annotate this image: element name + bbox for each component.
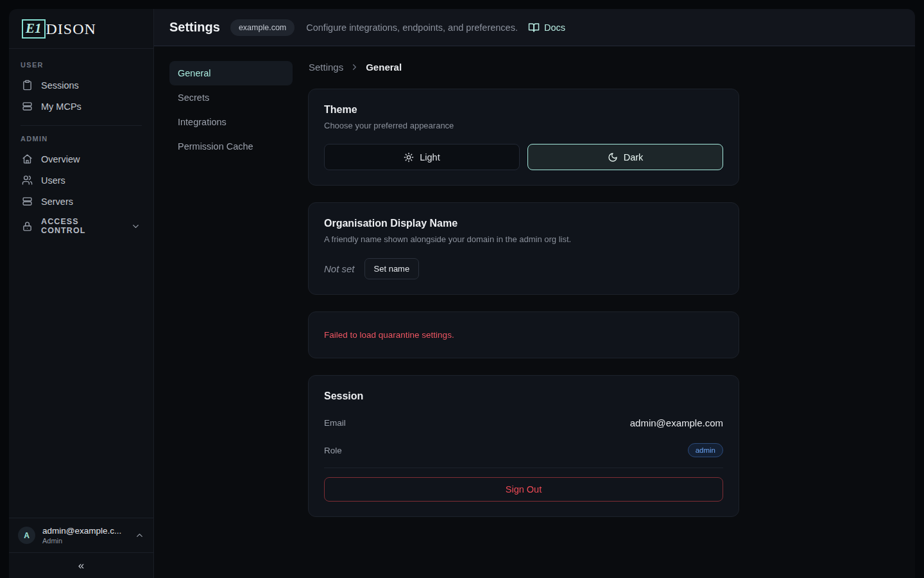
sidebar-item-access-control[interactable]: ACCESS CONTROL: [18, 213, 144, 240]
sidebar-item-label: Servers: [41, 197, 73, 207]
logo-e1-mark: E1: [22, 19, 46, 39]
home-icon: [22, 153, 33, 164]
session-email-row: Email admin@example.com: [324, 416, 723, 430]
server-icon: [22, 196, 33, 207]
account-menu-trigger[interactable]: A admin@example.c... Admin: [9, 518, 153, 552]
page-header: Settings example.com Configure integrati…: [154, 9, 915, 46]
sidebar-item-label: Overview: [41, 154, 80, 164]
book-open-icon: [528, 22, 540, 33]
theme-card: Theme Choose your preferred appearance L…: [308, 89, 739, 186]
settings-content: Settings General Theme Choose your prefe…: [308, 61, 915, 578]
role-label: Role: [324, 446, 342, 455]
tab-permission-cache[interactable]: Permission Cache: [169, 134, 293, 159]
tab-general[interactable]: General: [169, 61, 293, 85]
chevron-up-icon: [135, 530, 144, 540]
session-card: Session Email admin@example.com Role adm…: [308, 375, 739, 517]
sidebar-divider: [21, 125, 142, 126]
avatar: A: [18, 527, 35, 544]
account-role: Admin: [42, 537, 128, 545]
app-window: E1DISON USER Sessions My MCPs ADMIN: [9, 9, 915, 578]
sidebar-item-label: My MCPs: [41, 101, 81, 112]
chevrons-left-icon: «: [78, 559, 84, 572]
email-label: Email: [324, 418, 346, 428]
users-icon: [22, 175, 33, 186]
docs-link[interactable]: Docs: [528, 22, 565, 33]
sidebar-footer: A admin@example.c... Admin «: [9, 518, 153, 578]
breadcrumb-settings[interactable]: Settings: [309, 62, 343, 73]
sidebar: E1DISON USER Sessions My MCPs ADMIN: [9, 9, 154, 578]
domain-badge: example.com: [230, 19, 295, 36]
breadcrumb: Settings General: [309, 62, 915, 73]
account-email: admin@example.c...: [42, 526, 128, 536]
chevron-down-icon: [131, 222, 141, 231]
sidebar-collapse-button[interactable]: «: [9, 552, 153, 578]
sidebar-item-sessions[interactable]: Sessions: [18, 75, 144, 95]
logo-wordmark: DISON: [46, 21, 96, 38]
email-value: admin@example.com: [630, 417, 723, 428]
theme-card-description: Choose your preferred appearance: [324, 121, 723, 130]
org-card-title: Organisation Display Name: [324, 218, 723, 229]
logo[interactable]: E1DISON: [9, 9, 153, 49]
main-column: Settings example.com Configure integrati…: [154, 9, 915, 578]
moon-icon: [608, 152, 618, 162]
sidebar-item-label: Users: [41, 175, 65, 186]
quarantine-error-card: Failed to load quarantine settings.: [308, 311, 739, 358]
org-display-name-card: Organisation Display Name A friendly nam…: [308, 202, 739, 295]
session-divider: [324, 468, 723, 468]
role-badge: admin: [688, 443, 723, 457]
sun-icon: [404, 152, 414, 162]
error-message: Failed to load quarantine settings.: [324, 330, 723, 340]
session-role-row: Role admin: [324, 443, 723, 457]
session-card-title: Session: [324, 390, 723, 402]
tab-secrets[interactable]: Secrets: [169, 85, 293, 110]
settings-page: General Secrets Integrations Permission …: [154, 46, 915, 578]
sidebar-nav: USER Sessions My MCPs ADMIN Overview: [9, 49, 153, 518]
section-label-admin: ADMIN: [18, 135, 144, 143]
settings-subnav: General Secrets Integrations Permission …: [169, 61, 293, 578]
sidebar-item-label: ACCESS CONTROL: [41, 217, 114, 235]
org-name-value: Not set: [324, 263, 355, 274]
sidebar-item-servers[interactable]: Servers: [18, 191, 144, 211]
theme-dark-label: Dark: [624, 152, 644, 162]
sign-out-button[interactable]: Sign Out: [324, 477, 723, 502]
breadcrumb-current: General: [366, 62, 402, 73]
theme-light-button[interactable]: Light: [324, 144, 520, 170]
page-title: Settings: [169, 20, 220, 35]
org-card-description: A friendly name shown alongside your dom…: [324, 234, 723, 244]
sidebar-item-label: Sessions: [41, 80, 79, 91]
section-label-user: USER: [18, 61, 144, 69]
theme-light-label: Light: [420, 152, 440, 162]
sidebar-item-my-mcps[interactable]: My MCPs: [18, 96, 144, 116]
theme-card-title: Theme: [324, 104, 723, 116]
lock-icon: [22, 221, 33, 232]
chevron-right-icon: [350, 62, 359, 72]
server-icon: [22, 101, 33, 112]
sidebar-item-overview[interactable]: Overview: [18, 149, 144, 169]
clipboard-icon: [22, 80, 33, 91]
set-name-button[interactable]: Set name: [364, 258, 420, 279]
docs-label: Docs: [544, 22, 565, 33]
tab-integrations[interactable]: Integrations: [169, 110, 293, 134]
page-subtitle: Configure integrations, endpoints, and p…: [306, 22, 518, 33]
sidebar-item-users[interactable]: Users: [18, 170, 144, 190]
theme-dark-button[interactable]: Dark: [527, 144, 723, 170]
